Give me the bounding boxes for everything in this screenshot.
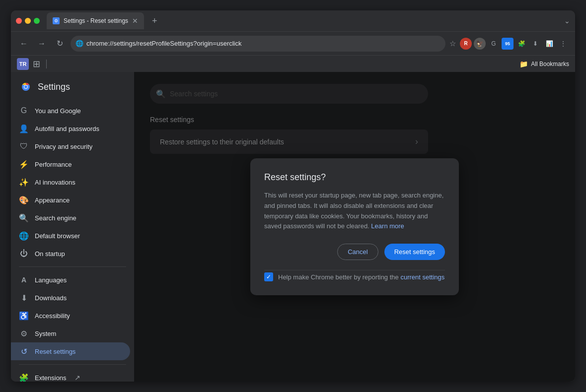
you-and-google-icon: G <box>19 106 29 116</box>
dialog-footer: ✓ Help make Chrome better by reporting t… <box>264 270 445 281</box>
sidebar-item-extensions[interactable]: 🧩 Extensions ↗ <box>11 369 130 382</box>
sidebar: Settings G You and Google 👤 Autofill and… <box>11 72 134 382</box>
sidebar-item-languages[interactable]: A Languages <box>11 271 130 289</box>
extension-icon-dark[interactable]: 🦅 <box>474 38 486 50</box>
sidebar-label-reset: Reset settings <box>35 348 75 355</box>
address-bar-wrapper: 🌐 <box>71 36 445 52</box>
autofill-icon: 👤 <box>19 124 29 133</box>
extension-icon-bar[interactable]: 📊 <box>543 38 555 50</box>
downloads-icon: ⬇ <box>19 293 29 303</box>
languages-icon: A <box>19 275 29 285</box>
bookmarks-bar: TR ⊞ 📁 All Bookmarks <box>11 55 575 72</box>
sidebar-separator-2 <box>19 364 126 365</box>
chrome-logo-icon <box>19 80 33 94</box>
tab-list-button[interactable]: ⌄ <box>564 17 570 25</box>
content-area: Settings G You and Google 👤 Autofill and… <box>11 72 575 382</box>
extension-icons: R 🦅 G 95 🧩 ⬇ 📊 ⋮ <box>460 38 569 50</box>
sidebar-item-appearance[interactable]: 🎨 Appearance <box>11 191 130 209</box>
settings-header: Settings <box>11 80 134 102</box>
active-tab[interactable]: ⚙ Settings - Reset settings ✕ <box>47 12 144 29</box>
back-button[interactable]: ← <box>17 37 31 51</box>
sidebar-item-default-browser[interactable]: 🌐 Default browser <box>11 227 130 245</box>
sidebar-label-search: Search engine <box>35 214 76 222</box>
startup-icon: ⏻ <box>19 249 29 259</box>
dialog-body-text: This will reset your startup page, new t… <box>264 192 443 230</box>
tab-favicon: ⚙ <box>53 17 60 24</box>
tab-close-button[interactable]: ✕ <box>132 17 138 25</box>
toolbar-divider <box>46 60 47 68</box>
checkbox-label: Help make Chrome better by reporting the… <box>278 273 444 281</box>
dialog-actions: Cancel Reset settings <box>264 244 445 260</box>
more-button[interactable]: ⋮ <box>557 38 569 50</box>
bookmarks-right: 📁 All Bookmarks <box>519 60 569 68</box>
traffic-lights <box>16 18 40 24</box>
title-bar: ⚙ Settings - Reset settings ✕ + ⌄ <box>11 10 575 31</box>
dialog-title: Reset settings? <box>264 172 445 183</box>
ai-icon: ✨ <box>19 177 29 187</box>
external-link-icon: ↗ <box>74 374 80 382</box>
sidebar-label-appearance: Appearance <box>35 196 70 204</box>
reset-icon: ↺ <box>19 346 29 356</box>
close-button[interactable] <box>16 18 22 24</box>
sidebar-item-privacy[interactable]: 🛡 Privacy and security <box>11 137 130 155</box>
sidebar-label-ai: AI innovations <box>35 179 75 186</box>
sidebar-label-default-browser: Default browser <box>35 232 80 240</box>
cancel-button[interactable]: Cancel <box>337 244 378 260</box>
privacy-icon: 🛡 <box>19 141 29 151</box>
extension-icon-puzzle[interactable]: 🧩 <box>515 38 527 50</box>
downloads-button[interactable]: ⬇ <box>529 38 541 50</box>
extensions-icon: 🧩 <box>19 373 29 382</box>
accessibility-icon: ♿ <box>19 311 29 321</box>
sidebar-item-ai[interactable]: ✨ AI innovations <box>11 173 130 191</box>
sidebar-item-system[interactable]: ⚙ System <box>11 325 130 342</box>
sidebar-item-autofill[interactable]: 👤 Autofill and passwords <box>11 120 130 137</box>
reset-settings-button[interactable]: Reset settings <box>384 244 445 260</box>
sidebar-separator-1 <box>19 266 126 267</box>
checkbox-wrapper: ✓ Help make Chrome better by reporting t… <box>264 272 444 281</box>
sidebar-item-you-and-google[interactable]: G You and Google <box>11 102 130 120</box>
search-engine-icon: 🔍 <box>19 213 29 223</box>
address-bar: ← → ↻ 🌐 ☆ R 🦅 G 95 🧩 ⬇ 📊 ⋮ <box>11 31 575 55</box>
sidebar-label-downloads: Downloads <box>35 294 67 302</box>
appearance-icon: 🎨 <box>19 195 29 205</box>
maximize-button[interactable] <box>34 18 40 24</box>
profile-avatar[interactable]: TR <box>17 58 29 70</box>
new-tab-button[interactable]: + <box>148 16 161 26</box>
sidebar-label-accessibility: Accessibility <box>35 312 70 320</box>
default-browser-icon: 🌐 <box>19 231 29 241</box>
sidebar-item-startup[interactable]: ⏻ On startup <box>11 245 130 262</box>
dialog-body: This will reset your startup page, new t… <box>264 191 445 232</box>
forward-button[interactable]: → <box>35 37 49 51</box>
checkbox-label-text: Help make Chrome better by reporting the <box>278 273 400 281</box>
sidebar-item-downloads[interactable]: ⬇ Downloads <box>11 289 130 307</box>
checkbox-check-icon: ✓ <box>266 273 271 280</box>
reset-dialog: Reset settings? This will reset your sta… <box>250 158 459 295</box>
sidebar-label-extensions: Extensions <box>35 374 67 382</box>
sidebar-label-performance: Performance <box>35 161 72 168</box>
extension-icon-google[interactable]: G <box>488 38 500 50</box>
extension-icon-95[interactable]: 95 <box>502 38 513 50</box>
all-bookmarks-label[interactable]: All Bookmarks <box>531 61 569 67</box>
sidebar-item-reset[interactable]: ↺ Reset settings <box>11 342 130 360</box>
minimize-button[interactable] <box>25 18 31 24</box>
extension-icon-red[interactable]: R <box>460 38 472 50</box>
apps-button[interactable]: ⊞ <box>31 59 42 69</box>
sidebar-label-languages: Languages <box>35 276 67 284</box>
chrome-brand-icon: 🌐 <box>75 40 83 47</box>
refresh-button[interactable]: ↻ <box>53 37 67 51</box>
browser-window: ⚙ Settings - Reset settings ✕ + ⌄ ← → ↻ … <box>11 10 575 382</box>
sidebar-label-startup: On startup <box>35 250 65 258</box>
sidebar-item-performance[interactable]: ⚡ Performance <box>11 155 130 173</box>
svg-point-2 <box>24 85 27 88</box>
sidebar-label-you-and-google: You and Google <box>35 107 81 115</box>
report-checkbox[interactable]: ✓ <box>264 272 273 281</box>
learn-more-link[interactable]: Learn more <box>371 222 404 230</box>
settings-title: Settings <box>38 82 70 92</box>
modal-overlay[interactable]: Reset settings? This will reset your sta… <box>134 72 575 382</box>
sidebar-label-autofill: Autofill and passwords <box>35 125 99 132</box>
sidebar-item-search[interactable]: 🔍 Search engine <box>11 209 130 227</box>
address-input[interactable] <box>71 36 445 52</box>
bookmark-button[interactable]: ☆ <box>449 39 456 48</box>
current-settings-link[interactable]: current settings <box>400 273 444 281</box>
sidebar-item-accessibility[interactable]: ♿ Accessibility <box>11 307 130 325</box>
